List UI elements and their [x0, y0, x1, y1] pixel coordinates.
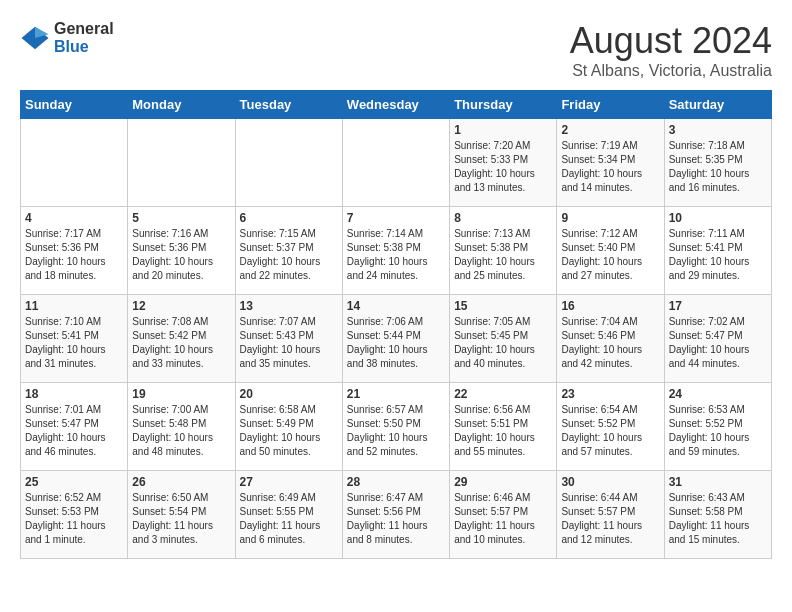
day-info: Sunrise: 7:06 AM Sunset: 5:44 PM Dayligh… — [347, 315, 445, 371]
day-info: Sunrise: 6:46 AM Sunset: 5:57 PM Dayligh… — [454, 491, 552, 547]
calendar-cell — [235, 119, 342, 207]
day-number: 13 — [240, 299, 338, 313]
day-number: 26 — [132, 475, 230, 489]
calendar-cell: 1Sunrise: 7:20 AM Sunset: 5:33 PM Daylig… — [450, 119, 557, 207]
day-number: 18 — [25, 387, 123, 401]
day-number: 23 — [561, 387, 659, 401]
calendar-cell: 12Sunrise: 7:08 AM Sunset: 5:42 PM Dayli… — [128, 295, 235, 383]
weekday-header-tuesday: Tuesday — [235, 91, 342, 119]
calendar-table: SundayMondayTuesdayWednesdayThursdayFrid… — [20, 90, 772, 559]
calendar-cell — [128, 119, 235, 207]
day-number: 9 — [561, 211, 659, 225]
calendar-cell: 30Sunrise: 6:44 AM Sunset: 5:57 PM Dayli… — [557, 471, 664, 559]
calendar-cell: 26Sunrise: 6:50 AM Sunset: 5:54 PM Dayli… — [128, 471, 235, 559]
calendar-cell: 13Sunrise: 7:07 AM Sunset: 5:43 PM Dayli… — [235, 295, 342, 383]
calendar-cell: 25Sunrise: 6:52 AM Sunset: 5:53 PM Dayli… — [21, 471, 128, 559]
weekday-header-friday: Friday — [557, 91, 664, 119]
week-row-2: 4Sunrise: 7:17 AM Sunset: 5:36 PM Daylig… — [21, 207, 772, 295]
day-info: Sunrise: 7:08 AM Sunset: 5:42 PM Dayligh… — [132, 315, 230, 371]
day-info: Sunrise: 6:57 AM Sunset: 5:50 PM Dayligh… — [347, 403, 445, 459]
day-number: 4 — [25, 211, 123, 225]
calendar-cell: 5Sunrise: 7:16 AM Sunset: 5:36 PM Daylig… — [128, 207, 235, 295]
calendar-cell: 28Sunrise: 6:47 AM Sunset: 5:56 PM Dayli… — [342, 471, 449, 559]
day-info: Sunrise: 7:13 AM Sunset: 5:38 PM Dayligh… — [454, 227, 552, 283]
calendar-cell: 24Sunrise: 6:53 AM Sunset: 5:52 PM Dayli… — [664, 383, 771, 471]
day-number: 22 — [454, 387, 552, 401]
day-number: 20 — [240, 387, 338, 401]
day-number: 16 — [561, 299, 659, 313]
logo-general-text: General — [54, 20, 114, 38]
day-number: 31 — [669, 475, 767, 489]
day-number: 2 — [561, 123, 659, 137]
calendar-cell: 3Sunrise: 7:18 AM Sunset: 5:35 PM Daylig… — [664, 119, 771, 207]
calendar-cell: 7Sunrise: 7:14 AM Sunset: 5:38 PM Daylig… — [342, 207, 449, 295]
day-number: 30 — [561, 475, 659, 489]
week-row-4: 18Sunrise: 7:01 AM Sunset: 5:47 PM Dayli… — [21, 383, 772, 471]
calendar-cell: 22Sunrise: 6:56 AM Sunset: 5:51 PM Dayli… — [450, 383, 557, 471]
day-info: Sunrise: 7:15 AM Sunset: 5:37 PM Dayligh… — [240, 227, 338, 283]
day-number: 3 — [669, 123, 767, 137]
calendar-cell: 15Sunrise: 7:05 AM Sunset: 5:45 PM Dayli… — [450, 295, 557, 383]
week-row-1: 1Sunrise: 7:20 AM Sunset: 5:33 PM Daylig… — [21, 119, 772, 207]
location-title: St Albans, Victoria, Australia — [570, 62, 772, 80]
calendar-cell — [342, 119, 449, 207]
day-info: Sunrise: 7:04 AM Sunset: 5:46 PM Dayligh… — [561, 315, 659, 371]
calendar-cell — [21, 119, 128, 207]
day-info: Sunrise: 7:02 AM Sunset: 5:47 PM Dayligh… — [669, 315, 767, 371]
day-info: Sunrise: 6:58 AM Sunset: 5:49 PM Dayligh… — [240, 403, 338, 459]
calendar-cell: 14Sunrise: 7:06 AM Sunset: 5:44 PM Dayli… — [342, 295, 449, 383]
day-number: 19 — [132, 387, 230, 401]
weekday-header-sunday: Sunday — [21, 91, 128, 119]
title-block: August 2024 St Albans, Victoria, Austral… — [570, 20, 772, 80]
page-header: General Blue August 2024 St Albans, Vict… — [20, 20, 772, 80]
weekday-header-saturday: Saturday — [664, 91, 771, 119]
calendar-cell: 31Sunrise: 6:43 AM Sunset: 5:58 PM Dayli… — [664, 471, 771, 559]
calendar-cell: 10Sunrise: 7:11 AM Sunset: 5:41 PM Dayli… — [664, 207, 771, 295]
logo-blue-text: Blue — [54, 38, 114, 56]
day-info: Sunrise: 6:53 AM Sunset: 5:52 PM Dayligh… — [669, 403, 767, 459]
calendar-cell: 21Sunrise: 6:57 AM Sunset: 5:50 PM Dayli… — [342, 383, 449, 471]
logo-icon — [20, 23, 50, 53]
calendar-cell: 17Sunrise: 7:02 AM Sunset: 5:47 PM Dayli… — [664, 295, 771, 383]
calendar-cell: 16Sunrise: 7:04 AM Sunset: 5:46 PM Dayli… — [557, 295, 664, 383]
day-info: Sunrise: 6:56 AM Sunset: 5:51 PM Dayligh… — [454, 403, 552, 459]
day-info: Sunrise: 7:16 AM Sunset: 5:36 PM Dayligh… — [132, 227, 230, 283]
weekday-header-monday: Monday — [128, 91, 235, 119]
calendar-cell: 19Sunrise: 7:00 AM Sunset: 5:48 PM Dayli… — [128, 383, 235, 471]
calendar-cell: 23Sunrise: 6:54 AM Sunset: 5:52 PM Dayli… — [557, 383, 664, 471]
logo: General Blue — [20, 20, 114, 55]
weekday-header-wednesday: Wednesday — [342, 91, 449, 119]
day-number: 21 — [347, 387, 445, 401]
day-number: 27 — [240, 475, 338, 489]
day-info: Sunrise: 7:12 AM Sunset: 5:40 PM Dayligh… — [561, 227, 659, 283]
month-title: August 2024 — [570, 20, 772, 62]
day-info: Sunrise: 7:17 AM Sunset: 5:36 PM Dayligh… — [25, 227, 123, 283]
calendar-cell: 11Sunrise: 7:10 AM Sunset: 5:41 PM Dayli… — [21, 295, 128, 383]
day-number: 8 — [454, 211, 552, 225]
day-info: Sunrise: 7:01 AM Sunset: 5:47 PM Dayligh… — [25, 403, 123, 459]
day-info: Sunrise: 7:07 AM Sunset: 5:43 PM Dayligh… — [240, 315, 338, 371]
day-number: 25 — [25, 475, 123, 489]
day-number: 10 — [669, 211, 767, 225]
day-info: Sunrise: 7:11 AM Sunset: 5:41 PM Dayligh… — [669, 227, 767, 283]
day-number: 15 — [454, 299, 552, 313]
weekday-header-row: SundayMondayTuesdayWednesdayThursdayFrid… — [21, 91, 772, 119]
day-info: Sunrise: 7:18 AM Sunset: 5:35 PM Dayligh… — [669, 139, 767, 195]
week-row-3: 11Sunrise: 7:10 AM Sunset: 5:41 PM Dayli… — [21, 295, 772, 383]
day-info: Sunrise: 7:19 AM Sunset: 5:34 PM Dayligh… — [561, 139, 659, 195]
day-info: Sunrise: 6:50 AM Sunset: 5:54 PM Dayligh… — [132, 491, 230, 547]
calendar-cell: 2Sunrise: 7:19 AM Sunset: 5:34 PM Daylig… — [557, 119, 664, 207]
day-number: 28 — [347, 475, 445, 489]
day-number: 6 — [240, 211, 338, 225]
day-info: Sunrise: 6:43 AM Sunset: 5:58 PM Dayligh… — [669, 491, 767, 547]
day-number: 11 — [25, 299, 123, 313]
day-number: 7 — [347, 211, 445, 225]
calendar-cell: 29Sunrise: 6:46 AM Sunset: 5:57 PM Dayli… — [450, 471, 557, 559]
day-number: 14 — [347, 299, 445, 313]
calendar-cell: 27Sunrise: 6:49 AM Sunset: 5:55 PM Dayli… — [235, 471, 342, 559]
day-info: Sunrise: 6:52 AM Sunset: 5:53 PM Dayligh… — [25, 491, 123, 547]
calendar-cell: 18Sunrise: 7:01 AM Sunset: 5:47 PM Dayli… — [21, 383, 128, 471]
day-info: Sunrise: 6:47 AM Sunset: 5:56 PM Dayligh… — [347, 491, 445, 547]
calendar-cell: 8Sunrise: 7:13 AM Sunset: 5:38 PM Daylig… — [450, 207, 557, 295]
day-number: 17 — [669, 299, 767, 313]
